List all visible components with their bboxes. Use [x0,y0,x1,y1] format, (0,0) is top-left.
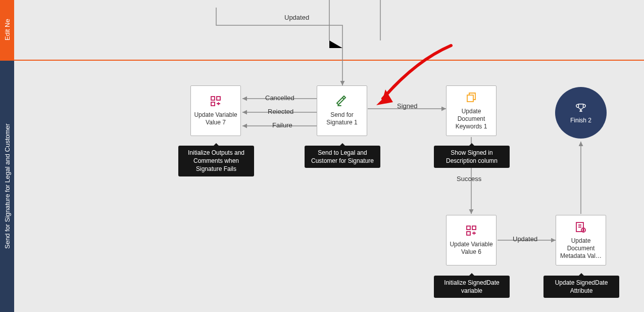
svg-rect-5 [472,226,476,230]
annotation-arrow [365,40,456,111]
edge-label-cancelled: Cancelled [265,94,294,102]
node-send-for-signature[interactable]: Send for Signature 1 [317,85,367,136]
copy-icon [465,92,477,106]
edge-label-failure: Failure [272,121,292,129]
metadata-icon [575,221,587,235]
tooltip-update-metadata: Update SignedDate Attribute [543,276,619,298]
svg-rect-6 [467,232,470,235]
edge-label-success: Success [457,175,481,183]
node-update-variable-6[interactable]: Update Variable Value 6 [446,215,497,265]
svg-rect-2 [211,102,215,106]
node-update-keywords[interactable]: Update Document Keywords 1 [446,85,497,136]
node-label: Send for Signature 1 [320,111,364,126]
edge-label-rejected: Reiected [268,108,293,115]
tooltip-update-variable-6: Initialize SignedDate variable [434,276,510,298]
edge-label-signed: Signed [397,102,417,110]
tab-label: Send for Signature for Legal and Custome… [4,124,11,249]
node-update-metadata[interactable]: Update Document Metadata Val… [556,215,606,265]
edge-label-updated-top: Updated [284,14,309,21]
node-label: Update Variable Value 6 [450,241,493,256]
svg-rect-0 [211,97,215,100]
signature-icon [336,95,348,109]
node-label: Update Variable Value 7 [194,111,237,126]
node-label: Update Document Metadata Val… [559,237,603,260]
svg-rect-1 [217,97,220,100]
tab-label: Edit Ne [4,19,11,41]
side-tab-send-signature[interactable]: Send for Signature for Legal and Custome… [0,61,14,312]
node-label: Finish 2 [570,117,591,124]
svg-rect-3 [467,95,473,102]
node-label: Update Document Keywords 1 [450,108,493,130]
tooltip-update-keywords: Show Signed in Description column [434,146,510,168]
tooltip-update-variable-7: Initialize Outputs and Comments when Sig… [178,146,254,176]
node-finish[interactable]: Finish 2 [555,87,607,139]
tooltip-send-for-signature: Send to Legal and Customer for Signature [305,146,380,168]
svg-rect-4 [467,226,470,230]
workflow-canvas[interactable]: Updated Cancelled Reiected Failure Signe… [14,0,644,312]
trophy-icon [575,102,586,115]
edge-label-updated-lower: Updated [513,235,537,243]
node-update-variable-7[interactable]: Update Variable Value 7 [190,85,241,136]
variable-icon [465,225,477,239]
variable-icon [210,95,222,109]
side-tab-edit[interactable]: Edit Ne [0,0,14,60]
